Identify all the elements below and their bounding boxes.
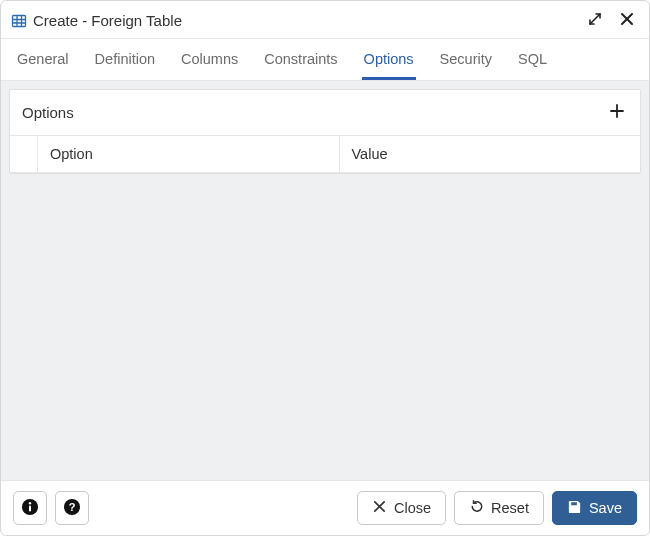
options-panel-title: Options	[22, 104, 74, 121]
close-dialog-button[interactable]	[617, 9, 637, 32]
dialog-body: Options Option Value	[1, 81, 649, 480]
save-button[interactable]: Save	[552, 491, 637, 525]
options-col-value: Value	[340, 136, 641, 172]
save-label: Save	[589, 500, 622, 516]
reset-label: Reset	[491, 500, 529, 516]
options-col-option: Option	[38, 136, 340, 172]
options-panel-header: Options	[10, 90, 640, 136]
svg-point-11	[29, 502, 31, 504]
add-option-button[interactable]	[606, 100, 628, 125]
tab-security[interactable]: Security	[438, 39, 494, 80]
options-panel: Options Option Value	[9, 89, 641, 174]
x-icon	[372, 499, 387, 517]
tab-bar: General Definition Columns Constraints O…	[1, 39, 649, 81]
tab-sql[interactable]: SQL	[516, 39, 549, 80]
dialog-create-foreign-table: Create - Foreign Table	[0, 0, 650, 536]
info-icon	[21, 498, 39, 519]
titlebar: Create - Foreign Table	[1, 1, 649, 39]
close-icon	[619, 11, 635, 30]
close-button[interactable]: Close	[357, 491, 446, 525]
help-button[interactable]: ?	[55, 491, 89, 525]
titlebar-actions	[585, 9, 637, 32]
tab-general[interactable]: General	[15, 39, 71, 80]
tab-constraints[interactable]: Constraints	[262, 39, 339, 80]
svg-rect-12	[29, 505, 31, 511]
options-grid-gutter	[10, 136, 38, 172]
table-icon	[11, 13, 27, 29]
tab-columns[interactable]: Columns	[179, 39, 240, 80]
save-icon	[567, 499, 582, 517]
svg-rect-0	[13, 15, 26, 26]
svg-line-5	[590, 14, 600, 24]
tab-definition[interactable]: Definition	[93, 39, 157, 80]
info-button[interactable]	[13, 491, 47, 525]
expand-icon	[587, 11, 603, 30]
dialog-title: Create - Foreign Table	[33, 12, 585, 29]
options-grid-header: Option Value	[10, 136, 640, 173]
plus-icon	[608, 102, 626, 123]
reset-button[interactable]: Reset	[454, 491, 544, 525]
expand-button[interactable]	[585, 9, 605, 32]
close-label: Close	[394, 500, 431, 516]
reset-icon	[469, 499, 484, 517]
svg-text:?: ?	[69, 501, 76, 513]
help-icon: ?	[63, 498, 81, 519]
tab-options[interactable]: Options	[362, 39, 416, 80]
dialog-footer: ? Close Reset	[1, 480, 649, 535]
